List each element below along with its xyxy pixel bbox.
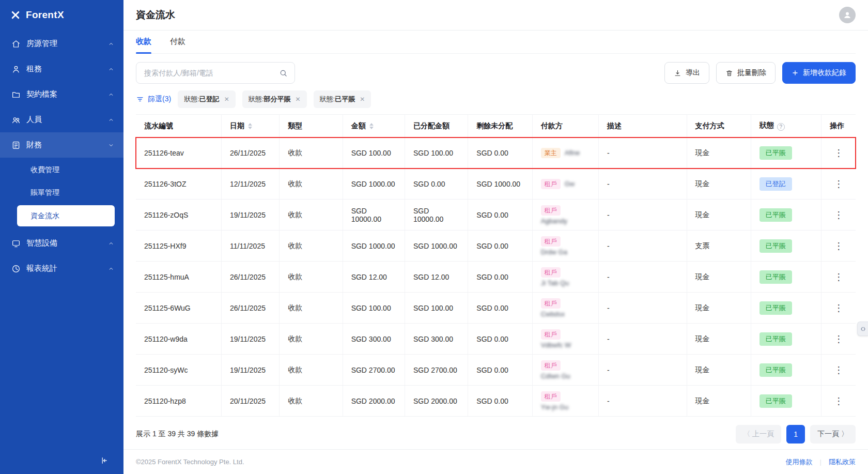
cell-type: 收款 xyxy=(280,169,343,200)
chip-close-icon[interactable]: ✕ xyxy=(224,96,229,102)
cell-remaining-text: SGD 0.00 xyxy=(476,211,508,219)
payer: 租戶Yw-jn Gu xyxy=(541,391,590,411)
filter-toggle[interactable]: 篩選(3) xyxy=(136,95,171,104)
status-badge: 已平賬 xyxy=(760,332,792,346)
col-status: 狀態? xyxy=(751,115,821,137)
user-avatar[interactable] xyxy=(839,7,856,23)
cell-remaining: SGD 0.00 xyxy=(468,200,532,231)
cell-flow-id: 251120-syWc xyxy=(136,355,221,386)
cell-date: 19/11/2025 xyxy=(221,355,279,386)
sidebar-item-smart-devices[interactable]: 智慧設備 xyxy=(0,231,123,256)
sort-icon[interactable] xyxy=(248,123,252,129)
payer-type-badge: 租戶 xyxy=(541,179,561,189)
cell-description: - xyxy=(599,231,687,262)
cell-payment-method-text: 現金 xyxy=(695,365,710,374)
cell-remaining: SGD 0.00 xyxy=(468,355,532,386)
terms-link[interactable]: 使用條款 xyxy=(786,457,813,467)
cell-type: 收款 xyxy=(280,324,343,355)
cell-flow-id: 251125-HXf9 xyxy=(136,231,221,262)
cell-status: 已平賬 xyxy=(751,231,821,262)
cell-remaining: SGD 0.00 xyxy=(468,262,532,293)
cell-description: - xyxy=(599,169,687,200)
chip-close-icon[interactable]: ✕ xyxy=(295,96,300,102)
cell-description: - xyxy=(599,386,687,417)
table-row: 251126-zOqS19/11/2025收款SGD 10000.00SGD 1… xyxy=(136,200,856,231)
row-actions-kebab-icon[interactable]: ⋮ xyxy=(830,177,847,191)
help-icon[interactable]: ? xyxy=(777,123,785,131)
tab-receipts[interactable]: 收款 xyxy=(136,37,151,53)
sidebar-item-finance[interactable]: 財務 xyxy=(0,132,123,158)
cell-date-text: 19/11/2025 xyxy=(230,366,266,374)
content: 收款 付款 導出 批量刪除 xyxy=(123,30,868,449)
payer: 租戶Ji Tab Qu xyxy=(541,267,590,287)
search-input[interactable] xyxy=(143,68,275,78)
sidebar-item-fund-flow[interactable]: 資金流水 xyxy=(17,205,115,226)
sort-icon[interactable] xyxy=(369,123,374,129)
sidebar-item-bill-management[interactable]: 賬單管理 xyxy=(0,181,123,204)
brand-x-icon xyxy=(10,10,21,20)
chevron-up-icon xyxy=(108,266,114,272)
cell-description: - xyxy=(599,355,687,386)
cell-amount: SGD 100.00 xyxy=(343,293,405,324)
cell-remaining-text: SGD 0.00 xyxy=(476,335,508,343)
cell-payment-method: 現金 xyxy=(687,200,751,231)
cell-amount-text: SGD 1000.00 xyxy=(351,180,395,188)
cell-amount-text: SGD 300.00 xyxy=(351,335,391,343)
cell-payer: 租戶Yw-jn Gu xyxy=(532,386,598,417)
cell-description-text: - xyxy=(607,304,610,312)
add-receipt-button[interactable]: 新增收款紀錄 xyxy=(782,62,856,84)
cell-amount: SGD 2000.00 xyxy=(343,386,405,417)
sidebar-item-reports[interactable]: 報表統計 xyxy=(0,256,123,281)
row-actions-kebab-icon[interactable]: ⋮ xyxy=(830,270,847,284)
cell-actions: ⋮ xyxy=(822,355,856,386)
sidebar-item-contracts[interactable]: 契約檔案 xyxy=(0,82,123,107)
cell-date-text: 26/11/2025 xyxy=(230,149,266,157)
row-actions-kebab-icon[interactable]: ⋮ xyxy=(830,332,847,346)
row-actions-kebab-icon[interactable]: ⋮ xyxy=(830,146,847,160)
next-page-button[interactable]: 下一頁 〉 xyxy=(810,425,856,444)
chevron-up-icon xyxy=(108,91,114,98)
chip-close-icon[interactable]: ✕ xyxy=(360,96,365,102)
cell-status: 已平賬 xyxy=(751,324,821,355)
row-actions-kebab-icon[interactable]: ⋮ xyxy=(830,301,847,315)
row-actions-kebab-icon[interactable]: ⋮ xyxy=(830,208,847,222)
sidebar-item-people[interactable]: 人員 xyxy=(0,107,123,132)
cell-amount: SGD 12.00 xyxy=(343,262,405,293)
cell-description-text: - xyxy=(607,273,610,281)
report-clock-icon xyxy=(11,264,21,273)
sidebar-item-tenancy[interactable]: 租務 xyxy=(0,56,123,82)
cell-remaining: SGD 0.00 xyxy=(468,386,532,417)
cell-remaining-text: SGD 0.00 xyxy=(476,304,508,312)
batch-delete-button[interactable]: 批量刪除 xyxy=(716,62,776,84)
cell-payer: 租戶Cwbdsx xyxy=(532,293,598,324)
sidebar-item-properties[interactable]: 房源管理 xyxy=(0,31,123,56)
col-date[interactable]: 日期 xyxy=(221,115,279,137)
row-actions-kebab-icon[interactable]: ⋮ xyxy=(830,394,847,408)
col-amount[interactable]: 金額 xyxy=(343,115,405,137)
export-button[interactable]: 導出 xyxy=(664,62,709,84)
cell-status: 已登記 xyxy=(751,169,821,200)
sidebar-collapse-icon[interactable] xyxy=(100,456,109,465)
cell-payment-method: 現金 xyxy=(687,169,751,200)
page-number-1[interactable]: 1 xyxy=(786,425,805,444)
cell-amount: SGD 1000.00 xyxy=(343,169,405,200)
chevron-up-icon xyxy=(108,240,114,247)
cell-type: 收款 xyxy=(280,262,343,293)
prev-page-button[interactable]: 〈 上一頁 xyxy=(736,425,781,444)
cell-amount-text: SGD 1000.00 xyxy=(351,242,395,250)
folder-icon xyxy=(11,90,21,99)
cell-description: - xyxy=(599,200,687,231)
tab-payments[interactable]: 付款 xyxy=(170,37,185,53)
cell-description-text: - xyxy=(607,180,610,188)
privacy-link[interactable]: 隱私政策 xyxy=(829,457,856,467)
payer-name-blurred: Cwbdsx xyxy=(541,310,565,318)
sidebar-item-fee-management[interactable]: 收費管理 xyxy=(0,159,123,181)
cell-payment-method: 支票 xyxy=(687,231,751,262)
side-panel-handle[interactable] xyxy=(857,322,868,336)
cell-allocated: SGD 100.00 xyxy=(405,293,468,324)
search-icon[interactable] xyxy=(279,69,288,78)
col-type: 類型 xyxy=(280,115,343,137)
cell-actions: ⋮ xyxy=(822,262,856,293)
row-actions-kebab-icon[interactable]: ⋮ xyxy=(830,239,847,253)
row-actions-kebab-icon[interactable]: ⋮ xyxy=(830,363,847,377)
